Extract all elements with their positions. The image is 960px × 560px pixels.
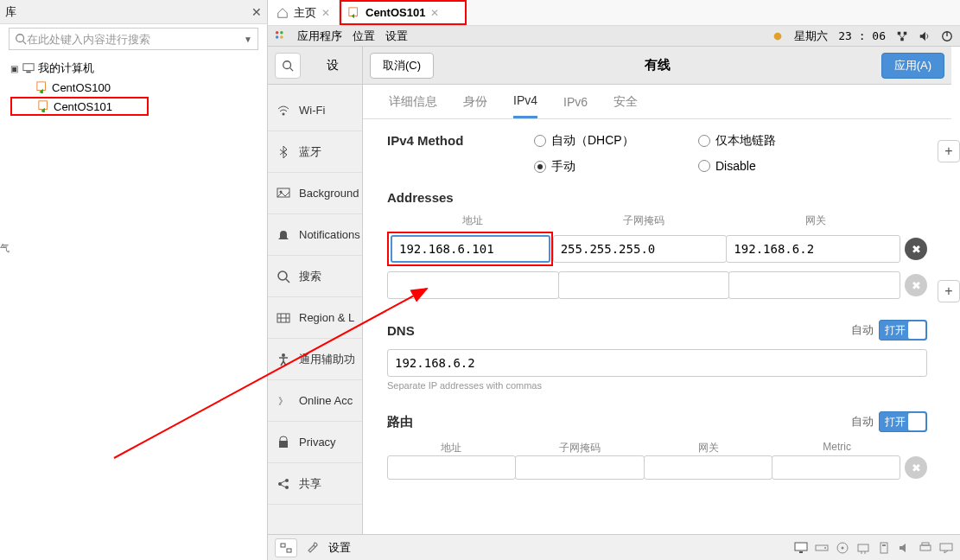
sound-icon[interactable] (898, 542, 912, 554)
svg-line-1 (23, 41, 27, 45)
svg-rect-38 (799, 551, 803, 553)
address-gw-input[interactable] (726, 235, 900, 263)
dialog-title: 有线 (434, 57, 881, 73)
sidebar-item-share[interactable]: 共享 (268, 463, 362, 505)
settings-search-button[interactable] (275, 53, 301, 79)
hdd-icon[interactable] (815, 542, 829, 554)
dns-header-row: DNS 自动 打开 (387, 320, 927, 340)
sidebar-item-accessibility[interactable]: 通用辅助功 (268, 339, 362, 380)
gnome-places[interactable]: 位置 (353, 29, 375, 44)
cancel-button[interactable]: 取消(C) (370, 53, 434, 79)
tab-details[interactable]: 详细信息 (389, 85, 437, 118)
tab-home[interactable]: 主页 ✕ (268, 0, 340, 25)
vm-area: 主页 ✕ CentOS101 ✕ 应用程序 位置 设置 星期六 23 : 06 … (268, 0, 960, 560)
route-ip-input[interactable] (387, 455, 516, 480)
route-row-empty: ✖ (387, 455, 927, 480)
svg-rect-43 (858, 544, 868, 551)
usb-icon[interactable] (877, 542, 891, 554)
vm-tab-icon (348, 7, 360, 19)
route-headers: 地址 子网掩码 网关 Metric (387, 441, 927, 455)
sidebar-item-search[interactable]: 搜索 (268, 256, 362, 297)
share-icon (277, 477, 290, 491)
route-mask-input[interactable] (515, 455, 644, 480)
tab-security[interactable]: 安全 (614, 85, 638, 118)
gnome-top-bar: 应用程序 位置 设置 星期六 23 : 06 (268, 26, 960, 47)
svg-point-40 (824, 547, 826, 549)
svg-point-42 (842, 546, 844, 549)
nic-icon[interactable] (856, 542, 870, 554)
svg-rect-4 (37, 82, 46, 91)
cd-icon[interactable] (836, 542, 849, 554)
network-icon[interactable] (896, 30, 908, 42)
tab-ipv4[interactable]: IPv4 (513, 85, 537, 118)
ipv4-method-row: IPv4 Method 自动（DHCP） 手动 仅本地链路 Disable (387, 133, 927, 175)
library-close-button[interactable]: ✕ (251, 5, 262, 19)
tree-collapse-icon[interactable]: ▣ (10, 64, 19, 73)
address-mask-input[interactable] (553, 235, 728, 263)
sidebar-item-online[interactable]: 》Online Acc (268, 380, 362, 422)
add-connection-button[interactable]: + (938, 140, 960, 162)
svg-point-19 (283, 60, 291, 68)
settings-header-partial: 设 (327, 58, 339, 73)
sidebar-item-privacy[interactable]: Privacy (268, 422, 362, 463)
sidebar-item-region[interactable]: Region & L (268, 297, 362, 339)
address-gw-input[interactable] (728, 271, 900, 299)
sidebar-item-notifications[interactable]: Notifications (268, 214, 362, 256)
address-delete-button[interactable]: ✖ (905, 238, 927, 260)
route-metric-input[interactable] (772, 455, 900, 480)
address-mask-input[interactable] (558, 271, 730, 299)
bluetooth-icon (277, 145, 290, 159)
gnome-time: 23 : 06 (838, 29, 886, 42)
apply-button[interactable]: 应用(A) (881, 53, 944, 79)
wifi-icon (277, 104, 290, 118)
tab-ipv6[interactable]: IPv6 (563, 85, 588, 118)
svg-point-27 (282, 353, 285, 357)
sidebar-item-background[interactable]: Background (268, 173, 362, 214)
tree-root-label: 我的计算机 (38, 60, 94, 76)
activities-icon[interactable] (275, 30, 287, 42)
address-ip-input[interactable] (387, 271, 559, 299)
display-icon[interactable] (794, 542, 808, 554)
library-search-input[interactable] (27, 33, 240, 46)
svg-line-25 (286, 279, 289, 283)
radio-manual[interactable]: 手动 (534, 159, 698, 175)
background-icon (277, 187, 290, 200)
route-delete-button[interactable]: ✖ (905, 456, 927, 479)
svg-rect-14 (900, 37, 904, 41)
weather-icon[interactable] (772, 30, 784, 42)
fullscreen-button[interactable] (275, 538, 297, 557)
tab-close-icon[interactable]: ✕ (321, 7, 330, 19)
address-ip-input[interactable] (391, 235, 550, 263)
tree-vm-row[interactable]: CentOS100 (10, 78, 257, 97)
gnome-day: 星期六 (794, 29, 828, 44)
svg-rect-37 (795, 543, 807, 550)
route-gw-input[interactable] (644, 455, 772, 480)
tree-vm-row-selected[interactable]: CentOS101 (10, 97, 149, 116)
address-delete-button[interactable]: ✖ (905, 274, 927, 296)
radio-linklocal[interactable]: 仅本地链路 (698, 133, 776, 149)
search-dropdown-icon[interactable]: ▼ (244, 35, 252, 44)
library-panel: 库 ✕ ▼ ▣ 我的计算机 CentOS100 CentOS101 (0, 0, 268, 560)
tree-root-row[interactable]: ▣ 我的计算机 (10, 59, 257, 78)
message-icon[interactable] (939, 542, 953, 554)
radio-disable[interactable]: Disable (698, 159, 776, 173)
library-search-box[interactable]: ▼ (9, 28, 258, 50)
radio-auto[interactable]: 自动（DHCP） (534, 133, 698, 149)
route-auto-switch[interactable]: 打开 (879, 411, 927, 432)
tab-vm[interactable]: CentOS101 ✕ (340, 0, 467, 25)
computer-icon (22, 62, 35, 74)
dns-auto-switch[interactable]: 打开 (879, 320, 927, 340)
gnome-apps[interactable]: 应用程序 (297, 29, 342, 44)
tab-close-icon[interactable]: ✕ (430, 7, 439, 19)
statusbar-settings-label[interactable]: 设置 (328, 540, 351, 556)
dns-input[interactable] (387, 349, 927, 377)
tab-identity[interactable]: 身份 (463, 85, 487, 118)
search-icon (15, 33, 27, 45)
gnome-settings[interactable]: 设置 (385, 29, 408, 44)
sidebar-item-wifi[interactable]: Wi-Fi (268, 90, 362, 131)
sidebar-item-bluetooth[interactable]: 蓝牙 (268, 131, 362, 173)
power-icon[interactable] (941, 30, 953, 42)
printer-icon[interactable] (919, 542, 932, 554)
add-connection-button[interactable]: + (938, 280, 960, 302)
volume-icon[interactable] (919, 30, 931, 42)
